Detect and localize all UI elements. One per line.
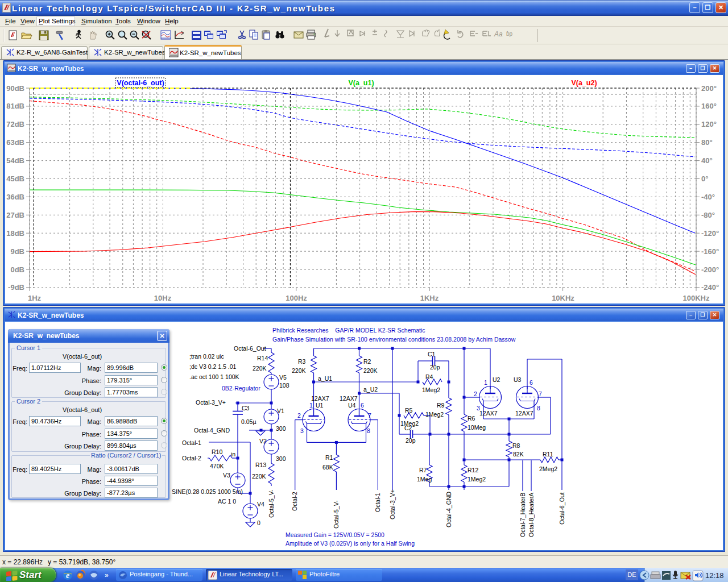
svg-text:10Meg: 10Meg bbox=[468, 424, 486, 431]
svg-text:Octal-4_GND: Octal-4_GND bbox=[445, 492, 452, 527]
svg-text:R3: R3 bbox=[298, 358, 306, 365]
svg-text:7: 7 bbox=[539, 390, 542, 397]
svg-text:1: 1 bbox=[484, 379, 487, 386]
svg-text:100KHz: 100KHz bbox=[683, 294, 710, 302]
svg-text:1Meg2: 1Meg2 bbox=[422, 386, 440, 393]
svg-text:R12: R12 bbox=[468, 467, 478, 473]
svg-text:R5: R5 bbox=[405, 407, 413, 414]
svg-text:a_U2: a_U2 bbox=[363, 386, 378, 393]
svg-text:C2: C2 bbox=[404, 425, 412, 431]
svg-text:1Meg2: 1Meg2 bbox=[468, 476, 486, 483]
svg-text:V(a_u1): V(a_u1) bbox=[348, 79, 374, 87]
svg-text:V4: V4 bbox=[257, 501, 264, 508]
svg-text:SINE(0.28 0.025 1000 5m): SINE(0.28 0.025 1000 5m) bbox=[172, 488, 243, 495]
svg-text:220K: 220K bbox=[253, 365, 267, 372]
svg-text:0: 0 bbox=[257, 519, 260, 526]
svg-text:Octal-1: Octal-1 bbox=[374, 493, 381, 512]
svg-text:U4: U4 bbox=[348, 402, 356, 409]
svg-text:Octal-5_V-: Octal-5_V- bbox=[268, 489, 275, 518]
svg-text:8: 8 bbox=[537, 405, 540, 411]
svg-text:R8: R8 bbox=[512, 442, 520, 449]
svg-text:V3: V3 bbox=[223, 472, 230, 479]
svg-text:C3: C3 bbox=[242, 405, 250, 411]
svg-text:81dB: 81dB bbox=[6, 102, 24, 110]
svg-text:-200°: -200° bbox=[701, 265, 719, 274]
svg-text:80°: 80° bbox=[701, 138, 713, 147]
svg-text:R10: R10 bbox=[212, 448, 222, 455]
svg-text:72dB: 72dB bbox=[6, 120, 24, 128]
svg-text:45dB: 45dB bbox=[6, 174, 24, 183]
svg-text:Octal-3_V+: Octal-3_V+ bbox=[389, 489, 396, 519]
svg-text:0B2-Regulator: 0B2-Regulator bbox=[222, 385, 260, 392]
svg-text:63dB: 63dB bbox=[6, 138, 24, 147]
svg-text:54dB: 54dB bbox=[6, 156, 24, 165]
svg-text:C1: C1 bbox=[428, 351, 436, 357]
svg-text:Octal-3_V+: Octal-3_V+ bbox=[196, 399, 226, 406]
svg-text:Octal-2: Octal-2 bbox=[182, 455, 201, 462]
svg-text:-120°: -120° bbox=[701, 229, 719, 238]
svg-text:90dB: 90dB bbox=[6, 84, 24, 93]
svg-text:2: 2 bbox=[297, 412, 301, 419]
svg-text:R1: R1 bbox=[325, 454, 333, 461]
svg-text:Octal-1: Octal-1 bbox=[182, 439, 201, 446]
svg-text:.ac oct 100 1 100K: .ac oct 100 1 100K bbox=[189, 373, 239, 380]
svg-text:100Hz: 100Hz bbox=[286, 294, 307, 302]
svg-text:1Meg2: 1Meg2 bbox=[425, 411, 444, 418]
svg-text:-9dB: -9dB bbox=[8, 283, 24, 292]
svg-text:Octal-2: Octal-2 bbox=[291, 492, 298, 511]
svg-text:;dc V3 0.2 1.5 .01: ;dc V3 0.2 1.5 .01 bbox=[189, 363, 236, 370]
svg-text:1Meg: 1Meg bbox=[417, 476, 432, 483]
svg-text:R2: R2 bbox=[363, 358, 371, 365]
svg-text:220K: 220K bbox=[292, 367, 306, 374]
svg-text:a_U1: a_U1 bbox=[318, 375, 332, 382]
svg-text:1KHz: 1KHz bbox=[420, 294, 439, 302]
svg-text:Measured Gain = 125V/0.05V = 2: Measured Gain = 125V/0.05V = 2500 bbox=[286, 531, 384, 538]
svg-text:R13: R13 bbox=[255, 462, 266, 468]
svg-text:10Hz: 10Hz bbox=[154, 294, 172, 302]
svg-text:Octal-6_Out: Octal-6_Out bbox=[559, 492, 565, 525]
svg-text:300: 300 bbox=[276, 425, 286, 432]
svg-text:36dB: 36dB bbox=[6, 193, 24, 201]
svg-text:R7: R7 bbox=[419, 467, 427, 473]
svg-text:Octal-4_GND: Octal-4_GND bbox=[194, 427, 230, 434]
svg-text:ɓp: ɓp bbox=[506, 31, 513, 37]
svg-text:3: 3 bbox=[477, 405, 480, 411]
svg-text:9dB: 9dB bbox=[10, 247, 24, 256]
svg-text:Aa: Aa bbox=[494, 30, 503, 38]
svg-text:1: 1 bbox=[309, 402, 313, 409]
svg-text:12AX7: 12AX7 bbox=[515, 410, 533, 417]
svg-text:108: 108 bbox=[279, 382, 289, 389]
svg-text:2Meg2: 2Meg2 bbox=[539, 465, 557, 472]
svg-text:300: 300 bbox=[276, 455, 286, 462]
svg-text:-240°: -240° bbox=[701, 283, 719, 292]
svg-text:Octal-8_HeaterA: Octal-8_HeaterA bbox=[528, 493, 535, 537]
svg-text:220K: 220K bbox=[252, 473, 266, 480]
svg-text:12AX7: 12AX7 bbox=[311, 395, 329, 402]
svg-text:Octal-7_HeaterB: Octal-7_HeaterB bbox=[519, 493, 526, 537]
svg-text:82K: 82K bbox=[513, 451, 524, 458]
svg-text:U1: U1 bbox=[316, 402, 324, 409]
svg-text:Octal-5_V-: Octal-5_V- bbox=[333, 500, 340, 529]
svg-text:0°: 0° bbox=[701, 174, 708, 183]
svg-text:Octal-6_Out: Octal-6_Out bbox=[234, 345, 266, 352]
svg-text:6: 6 bbox=[530, 379, 533, 386]
svg-text:R4: R4 bbox=[425, 373, 433, 380]
svg-text:3: 3 bbox=[300, 427, 304, 434]
svg-text:7: 7 bbox=[368, 412, 371, 419]
svg-text:V(octal-6_out): V(octal-6_out) bbox=[117, 79, 164, 87]
svg-text:68K: 68K bbox=[322, 464, 333, 471]
svg-text:-40°: -40° bbox=[701, 193, 715, 201]
svg-text:Gain/Phase Simulation with SR-: Gain/Phase Simulation with SR-100 enviro… bbox=[272, 336, 516, 343]
svg-text:e: e bbox=[66, 571, 69, 580]
svg-text:-80°: -80° bbox=[701, 211, 715, 219]
svg-text:V5: V5 bbox=[279, 374, 287, 381]
svg-text:220K: 220K bbox=[363, 367, 378, 374]
svg-text:10KHz: 10KHz bbox=[552, 294, 574, 302]
svg-text:27dB: 27dB bbox=[6, 211, 24, 219]
svg-text:160°: 160° bbox=[701, 102, 717, 110]
svg-text:8: 8 bbox=[367, 427, 370, 434]
svg-text:AC 1 0: AC 1 0 bbox=[218, 498, 236, 505]
svg-text:2: 2 bbox=[474, 390, 477, 397]
svg-text:Amplitude of V3 (0.025V) is on: Amplitude of V3 (0.025V) is only for a H… bbox=[286, 540, 415, 547]
svg-text:V1: V1 bbox=[277, 408, 284, 414]
